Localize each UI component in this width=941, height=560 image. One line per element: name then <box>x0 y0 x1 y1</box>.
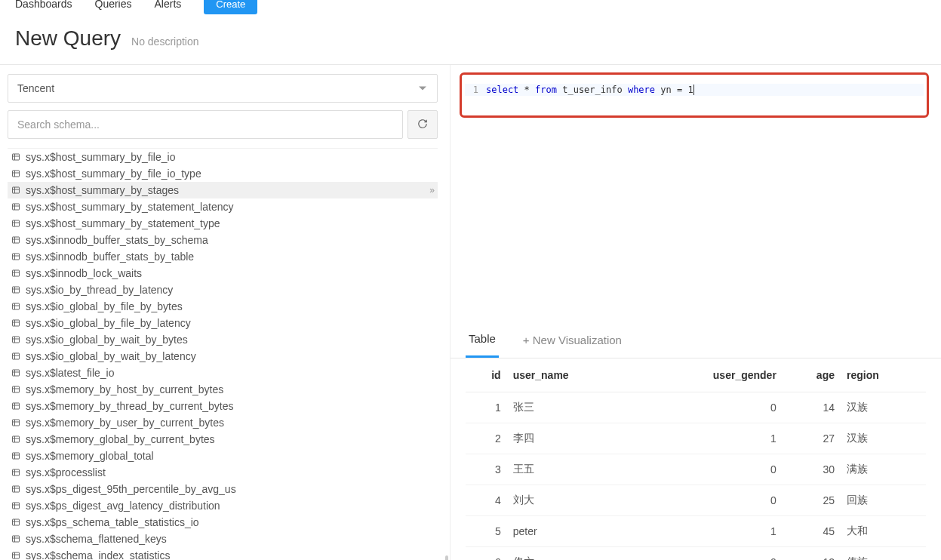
schema-item[interactable]: sys.x$innodb_lock_waits <box>8 265 438 282</box>
table-icon <box>11 402 21 411</box>
schema-item[interactable]: sys.x$memory_by_thread_by_current_bytes <box>8 398 438 414</box>
schema-item-label: sys.x$memory_global_total <box>26 450 154 462</box>
table-row[interactable]: 3王五030满族 <box>466 454 926 485</box>
schema-item[interactable]: sys.x$memory_by_user_by_current_bytes <box>8 414 438 431</box>
schema-item-label: sys.x$io_global_by_wait_by_bytes <box>26 334 188 346</box>
schema-item-label: sys.x$io_global_by_file_by_bytes <box>26 300 183 312</box>
svg-rect-45 <box>13 403 20 409</box>
schema-item[interactable]: sys.x$innodb_buffer_stats_by_table <box>8 248 438 265</box>
schema-item-label: sys.x$schema_flattened_keys <box>26 533 167 545</box>
col-id[interactable]: id <box>466 358 507 392</box>
table-row[interactable]: 6佟六012傣族 <box>466 547 926 561</box>
col-region[interactable]: region <box>841 358 926 392</box>
table-icon <box>11 152 21 162</box>
kw-from: from <box>535 85 557 95</box>
svg-rect-18 <box>13 254 20 260</box>
table-row[interactable]: 2李四127汉族 <box>466 423 926 454</box>
schema-item[interactable]: sys.x$innodb_buffer_stats_by_schema <box>8 232 438 248</box>
page-header: New Query No description <box>0 8 941 65</box>
schema-item-label: sys.x$io_global_by_wait_by_latency <box>26 350 196 362</box>
schema-item[interactable]: sys.x$host_summary_by_file_io <box>8 149 438 165</box>
nav-queries[interactable]: Queries <box>95 0 132 10</box>
svg-rect-39 <box>13 370 20 376</box>
tab-table[interactable]: Table <box>466 322 499 358</box>
cell: 汉族 <box>841 392 926 423</box>
schema-search-input[interactable] <box>8 110 403 139</box>
schema-item[interactable]: sys.x$schema_index_statistics <box>8 547 438 560</box>
svg-rect-36 <box>13 353 20 359</box>
col-user-name[interactable]: user_name <box>507 358 638 392</box>
schema-item[interactable]: sys.x$ps_digest_95th_percentile_by_avg_u… <box>8 481 438 497</box>
schema-item[interactable]: sys.x$io_global_by_wait_by_bytes <box>8 331 438 348</box>
schema-item[interactable]: sys.x$ps_schema_table_statistics_io <box>8 514 438 531</box>
cell: 王五 <box>507 454 638 485</box>
table-icon <box>11 368 21 377</box>
svg-rect-54 <box>13 453 20 459</box>
schema-item[interactable]: sys.x$schema_flattened_keys <box>8 531 438 547</box>
panel-resize-handle[interactable] <box>445 65 450 560</box>
tab-new-visualization[interactable]: + New Visualization <box>520 323 625 357</box>
schema-item-label: sys.x$host_summary_by_file_io <box>26 151 175 163</box>
schema-item[interactable]: sys.x$memory_global_total <box>8 448 438 464</box>
cell: 大和 <box>841 516 926 547</box>
schema-item[interactable]: sys.x$io_by_thread_by_latency <box>8 282 438 298</box>
create-button[interactable]: Create <box>204 0 257 14</box>
page-title: New Query <box>15 26 121 51</box>
table-row[interactable]: 4刘大025回族 <box>466 485 926 516</box>
line-number: 1 <box>465 85 486 95</box>
schema-item[interactable]: sys.x$io_global_by_file_by_bytes <box>8 298 438 315</box>
cell: 1 <box>638 516 783 547</box>
schema-item[interactable]: sys.x$ps_digest_avg_latency_distribution <box>8 497 438 514</box>
page-subtitle[interactable]: No description <box>131 35 199 48</box>
col-age[interactable]: age <box>783 358 841 392</box>
svg-rect-27 <box>13 303 20 309</box>
refresh-schema-button[interactable] <box>407 110 438 139</box>
table-icon <box>11 418 21 427</box>
table-row[interactable]: 1张三014汉族 <box>466 392 926 423</box>
col-user-gender[interactable]: user_gender <box>638 358 783 392</box>
nav-alerts[interactable]: Alerts <box>155 0 182 10</box>
nav-dashboards[interactable]: Dashboards <box>15 0 72 10</box>
schema-item[interactable]: sys.x$io_global_by_wait_by_latency <box>8 348 438 365</box>
datasource-select[interactable]: Tencent <box>8 74 438 103</box>
svg-rect-30 <box>13 320 20 326</box>
cell: 0 <box>638 392 783 423</box>
schema-item[interactable]: sys.x$latest_file_io <box>8 365 438 381</box>
schema-item-label: sys.x$io_global_by_file_by_latency <box>26 317 191 329</box>
schema-item[interactable]: sys.x$host_summary_by_file_io_type <box>8 165 438 182</box>
cell: 2 <box>466 423 507 454</box>
svg-rect-66 <box>13 519 20 525</box>
cell: 佟六 <box>507 547 638 561</box>
table-row[interactable]: 5peter145大和 <box>466 516 926 547</box>
table-icon <box>11 252 21 261</box>
table-icon <box>11 318 21 328</box>
schema-list[interactable]: sys.x$host_summary_by_file_iosys.x$host_… <box>8 148 438 560</box>
table-icon <box>11 534 21 543</box>
cell: 傣族 <box>841 547 926 561</box>
table-icon <box>11 485 21 494</box>
sql-editor[interactable]: 1 select * from t_user_info where yn = 1 <box>460 72 929 118</box>
schema-item[interactable]: sys.x$io_global_by_file_by_latency <box>8 315 438 331</box>
schema-item[interactable]: sys.x$memory_by_host_by_current_bytes <box>8 381 438 398</box>
tok-field: yn <box>660 85 671 95</box>
schema-item[interactable]: sys.x$memory_global_by_current_bytes <box>8 431 438 448</box>
table-icon <box>11 269 21 278</box>
schema-item[interactable]: sys.x$host_summary_by_statement_type <box>8 215 438 232</box>
schema-item-label: sys.x$ps_schema_table_statistics_io <box>26 516 199 528</box>
tok-val: 1 <box>687 85 693 95</box>
refresh-icon <box>417 118 428 131</box>
svg-rect-63 <box>13 503 20 509</box>
schema-item[interactable]: sys.x$host_summary_by_statement_latency <box>8 198 438 215</box>
svg-rect-72 <box>13 552 20 558</box>
cell: 1 <box>466 392 507 423</box>
cell: 0 <box>638 547 783 561</box>
schema-item-label: sys.x$host_summary_by_statement_latency <box>26 201 233 213</box>
cell: 12 <box>783 547 841 561</box>
schema-item-label: sys.x$io_by_thread_by_latency <box>26 284 173 296</box>
table-icon <box>11 468 21 477</box>
svg-rect-6 <box>13 187 20 193</box>
table-icon <box>11 285 21 294</box>
cell: 4 <box>466 485 507 516</box>
schema-item[interactable]: sys.x$host_summary_by_stages» <box>8 182 438 198</box>
schema-item[interactable]: sys.x$processlist <box>8 464 438 481</box>
